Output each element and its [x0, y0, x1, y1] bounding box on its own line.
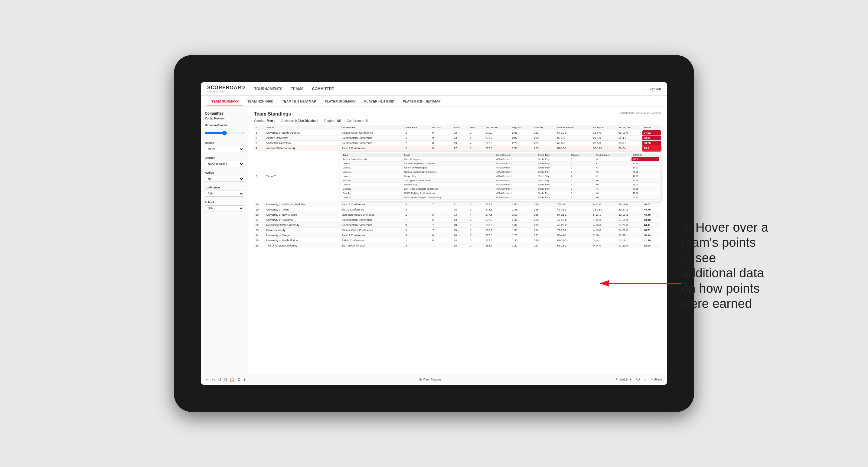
sidebar-division-label: Division: [205, 156, 244, 159]
comment-icon: 💬: [636, 378, 640, 381]
cell-vs50: 58-24-1: [617, 146, 642, 151]
sidebar-gender-select[interactable]: Men's: [205, 146, 244, 152]
table-row: 1 University of North Carolina Atlantic …: [254, 130, 661, 135]
settings-button[interactable]: ⚙: [237, 377, 241, 382]
sidebar-gender: Gender Men's: [205, 142, 244, 152]
filter-row: Gender: Men's Division: NCAA Division I …: [254, 119, 661, 123]
subnav-team-h2h-grid[interactable]: TEAM H2H GRID: [243, 97, 278, 106]
cell-no-tour: 9: [431, 130, 452, 135]
subnav-player-h2h-grid[interactable]: PLAYER H2H GRID: [360, 97, 398, 106]
watch-button[interactable]: 👁 Watch ▼: [616, 378, 632, 381]
redo-button[interactable]: ↪: [212, 377, 216, 382]
cell-rank: 3: [254, 141, 265, 146]
sub-nav: TEAM SUMMARY TEAM H2H GRID TEAM H2H HEAT…: [201, 96, 667, 106]
sidebar-school-select[interactable]: (All): [205, 206, 244, 211]
list-item: Univers... Williams Cup NCAA Division I …: [341, 183, 659, 187]
nav-items: TOURNAMENTS TEAMS COMMITTEE: [254, 86, 644, 92]
copy-button[interactable]: ⧉: [224, 377, 227, 382]
cell-points[interactable]: 90.20: [642, 141, 661, 146]
table-row-highlighted: 4 Arizona State University Pac-12 Confer…: [254, 146, 661, 151]
view-original[interactable]: ⊞ View: Original: [419, 378, 441, 381]
cell-points-highlighted[interactable]: 79.5: [642, 146, 661, 151]
cell-points[interactable]: 97.02: [642, 130, 661, 135]
subnav-team-h2h-heatmap[interactable]: TEAM H2H HEATMAP: [278, 97, 320, 106]
cell-school: Texas T...: [265, 151, 340, 202]
subnav-player-summary[interactable]: PLAYER SUMMARY: [320, 97, 360, 106]
sidebar-conference-select[interactable]: (All): [205, 191, 244, 196]
cell-points[interactable]: 93.31: [642, 135, 661, 141]
table-row: 26 The Ohio State University Big Ten Con…: [254, 243, 661, 248]
cell-overall: 63-5-0: [556, 141, 592, 146]
col-wins: Wins: [468, 125, 484, 130]
tooltip-col-points: W Points: [631, 153, 659, 157]
annotation-container: 4. Hover over a team's points to see add…: [681, 220, 768, 311]
refresh-button[interactable]: ↺: [218, 377, 222, 382]
nav-item-tournaments[interactable]: TOURNAMENTS: [254, 86, 282, 92]
tooltip-panel: Team Event Event Division Event Type Rou…: [340, 152, 661, 201]
sidebar-school: School (All): [205, 201, 244, 211]
sidebar-subtitle: Portal Review: [205, 117, 244, 120]
cell-overall: 87-25-1: [556, 146, 592, 151]
table-row: 20 University of New Mexico Mountain Wes…: [254, 212, 661, 217]
cell-rnds: 23: [452, 135, 468, 141]
filter-conference: Conference: All: [347, 119, 369, 123]
tablet-screen: SCOREBOARD Powered by clippi TOURNAMENTS…: [201, 82, 667, 385]
expand-icon: ⤢: [644, 378, 646, 381]
cell-avg-sg: 2.86: [510, 130, 533, 135]
table-row: 24 University of Oregon Pac-12 Conferenc…: [254, 233, 661, 238]
paste-button[interactable]: 📋: [229, 377, 235, 382]
col-overall: Overall Record: [556, 125, 592, 130]
cell-wins: 2: [468, 130, 484, 135]
list-item: Arizona State University Cater Collegiat…: [341, 157, 659, 161]
share-button[interactable]: ↗ Share: [651, 378, 662, 381]
filter-division-label: Division:: [281, 119, 294, 123]
expand-button[interactable]: ⤢: [644, 378, 646, 381]
cell-rank: 1: [254, 130, 265, 135]
col-school: School: [265, 125, 340, 130]
eye-icon: 👁: [616, 378, 619, 381]
watch-label: Watch: [619, 378, 628, 381]
table-row: 23 Duke University Atlantic Coast Confer…: [254, 228, 661, 233]
cell-school: Vanderbilt University: [265, 141, 340, 146]
table-row: 21 University of Alabama Southeastern Co…: [254, 217, 661, 223]
sidebar-region-select[interactable]: N/A: [205, 176, 244, 182]
cell-school: Arizona State University: [265, 146, 340, 151]
cell-vs50: 65-5-0: [617, 141, 642, 146]
list-item: Georgia Ben Hogan Collegiate Invitationa…: [341, 187, 659, 191]
cell-school: Auburn University: [265, 135, 340, 141]
cell-adj-score: 272.0: [484, 130, 510, 135]
sidebar-conference-label: Conference: [205, 186, 244, 189]
col-no-tour: No Tour: [431, 125, 452, 130]
nav-item-teams[interactable]: TEAMS: [291, 86, 304, 92]
standings-table: # School Conference Conf Rank No Tour Rn…: [254, 125, 661, 248]
col-vs25: Vs Top 25: [592, 125, 617, 130]
subnav-player-h2h-heatmap[interactable]: PLAYER H2H HEATMAP: [399, 97, 445, 106]
info-button[interactable]: ℹ: [244, 377, 245, 382]
subnav-team-summary[interactable]: TEAM SUMMARY: [207, 97, 243, 106]
sign-out-button[interactable]: Sign out: [644, 87, 661, 91]
filter-gender-label: Gender:: [254, 119, 266, 123]
tooltip-table: Team Event Event Division Event Type Rou…: [341, 153, 659, 199]
cell-wins: 5: [468, 146, 484, 151]
cell-low-adj: 265: [533, 146, 556, 151]
filter-region-value: All: [337, 119, 341, 123]
filter-conference-label: Conference:: [347, 119, 364, 123]
table-row: 3 Vanderbilt University Southeastern Con…: [254, 141, 661, 146]
cell-avg-sg: 2.73: [510, 141, 533, 146]
tooltip-col-team: Team: [341, 153, 403, 157]
cell-no-tour: 8: [431, 146, 452, 151]
share-label: Share: [654, 378, 662, 381]
cell-adj-score: 272.3: [484, 135, 510, 141]
logo-area: SCOREBOARD Powered by clippi: [207, 85, 245, 93]
table-row: 18 University of California, Berkeley Pa…: [254, 202, 661, 207]
sidebar-division: Division NCAA Division I: [205, 156, 244, 167]
nav-item-committee[interactable]: COMMITTEE: [312, 86, 334, 92]
cell-adj-score: 272.6: [484, 141, 510, 146]
col-adj-score: Adj. Score: [484, 125, 510, 130]
share-icon: ↗: [651, 378, 653, 381]
comment-button[interactable]: 💬: [636, 378, 640, 381]
sidebar-division-select[interactable]: NCAA Division I: [205, 161, 244, 167]
cell-no-tour: 8: [431, 141, 452, 146]
undo-button[interactable]: ↩: [206, 377, 210, 382]
sidebar-min-rounds-input[interactable]: [205, 129, 244, 137]
